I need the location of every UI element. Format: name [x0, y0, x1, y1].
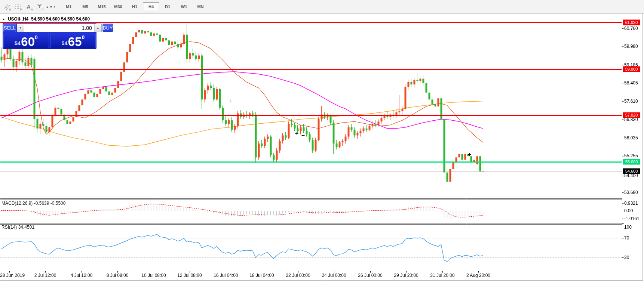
date-tick-label: 12 Jul 08:00: [177, 273, 202, 278]
collapse-triangle-icon[interactable]: ▲: [2, 18, 5, 21]
text-box-tool-icon[interactable]: TT: [34, 2, 45, 12]
price-level-badge: 57.020: [623, 112, 640, 118]
price-tick-label: 55.255: [624, 153, 638, 158]
date-tick-label: 26 Jul 00:00: [358, 273, 382, 278]
timeframe-button-h1[interactable]: H1: [126, 2, 143, 11]
timeframe-button-m5[interactable]: M5: [77, 2, 93, 11]
text-label-tool-icon[interactable]: AA: [24, 2, 34, 12]
sell-price-point: 0: [35, 34, 38, 40]
one-click-trade-panel: SELL ▼ ▲ BUY 54 60 0 54 65 0: [3, 23, 96, 49]
fibonacci-tool-icon[interactable]: F: [13, 2, 23, 12]
price-level-badge: 55.000: [623, 159, 640, 165]
macd-indicator-label: MACD(12,26,9) -0.5639 -0.5500: [1, 201, 65, 206]
buy-price-figure: 54: [61, 40, 68, 46]
timeframe-button-m30[interactable]: M30: [110, 2, 126, 11]
price-level-badge: 59.000: [623, 67, 640, 72]
timeframe-button-d1[interactable]: D1: [159, 2, 176, 11]
date-tick-label: 31 Jul 20:00: [430, 273, 454, 278]
date-tick-label: 18 Jul 04:00: [249, 273, 274, 278]
macd-tick-label: 0.00: [624, 208, 633, 213]
chart-plot-canvas[interactable]: [0, 0, 644, 281]
timeframe-button-mn[interactable]: MN: [192, 2, 209, 11]
timeframe-button-h4[interactable]: H4: [143, 2, 159, 11]
volume-input[interactable]: [24, 24, 94, 32]
timeframe-group: M1M5M15M30H1H4D1W1MN: [61, 2, 209, 11]
rsi-indicator-label: RSI(14) 34.4501: [1, 225, 34, 230]
price-level-badge: 54.600: [623, 169, 640, 174]
date-tick-label: 2 Aug 20:00: [466, 273, 490, 278]
top-toolbar: EFAATT▲▼▾ M1M5M15M30H1H4D1W1MN: [0, 0, 644, 14]
macd-tick-label: 0.9321: [624, 201, 638, 206]
price-tick-label: 58.405: [624, 80, 638, 86]
sell-button[interactable]: SELL: [3, 24, 16, 32]
buy-button[interactable]: BUY: [102, 24, 113, 32]
date-tick-label: 8 Jul 08:00: [107, 273, 129, 278]
price-tick-label: 53.680: [624, 190, 638, 195]
sell-price-pips: 60: [21, 36, 35, 47]
buy-price-point: 0: [82, 34, 85, 40]
rsi-tick-label: 100: [624, 225, 632, 230]
macd-tick-label: -1.0161: [624, 216, 640, 221]
date-tick-label: 16 Jul 04:00: [214, 273, 238, 278]
volume-box: ▼ ▲: [17, 24, 102, 32]
timeframe-button-m1[interactable]: M1: [61, 2, 77, 11]
timeframe-button-m15[interactable]: M15: [93, 2, 110, 11]
price-tick-label: 59.980: [624, 44, 638, 49]
channel-tool-icon[interactable]: E: [2, 2, 12, 12]
sell-price-figure: 54: [15, 40, 21, 46]
volume-decrease-button[interactable]: ▼: [17, 24, 24, 32]
price-tick-label: 57.610: [624, 99, 638, 104]
timeframe-button-w1[interactable]: W1: [176, 2, 192, 11]
date-tick-label: 22 Jul 00:00: [286, 273, 310, 278]
date-tick-label: 29 Jul 20:00: [394, 273, 418, 278]
sell-price-button[interactable]: 54 60 0: [3, 33, 49, 48]
arrows-tool-icon[interactable]: ▲▼▾: [45, 2, 55, 12]
date-tick-label: 24 Jul 00:00: [322, 273, 346, 278]
price-tick-label: 60.760: [624, 26, 638, 31]
rsi-tick-label: 30: [624, 255, 629, 260]
drawing-tools-group: EFAATT▲▼▾: [1, 2, 56, 12]
trading-terminal: EFAATT▲▼▾ M1M5M15M30H1H4D1W1MN ▲ USOil-,…: [0, 0, 644, 281]
date-tick-label: 28 Jun 2019: [0, 273, 25, 278]
symbol-label: USOil-,H4: [8, 16, 28, 22]
price-tick-label: 56.035: [624, 135, 638, 140]
date-tick-label: 10 Jul 08:00: [141, 273, 166, 278]
buy-price-pips: 65: [68, 36, 82, 47]
ohlc-values: 54.590 54.600 54.590 54.600: [31, 16, 90, 22]
rsi-tick-label: 70: [624, 235, 629, 241]
date-tick-label: 2 Jul 12:00: [34, 273, 56, 278]
toolbar-separator: [58, 2, 58, 11]
date-tick-label: 4 Jul 12:00: [71, 273, 93, 278]
buy-price-button[interactable]: 54 65 0: [50, 33, 96, 48]
volume-increase-button[interactable]: ▲: [94, 24, 101, 32]
chart-title: ▲ USOil-,H4 54.590 54.600 54.590 54.600: [2, 16, 90, 22]
price-level-badge: 61.020: [623, 19, 640, 25]
